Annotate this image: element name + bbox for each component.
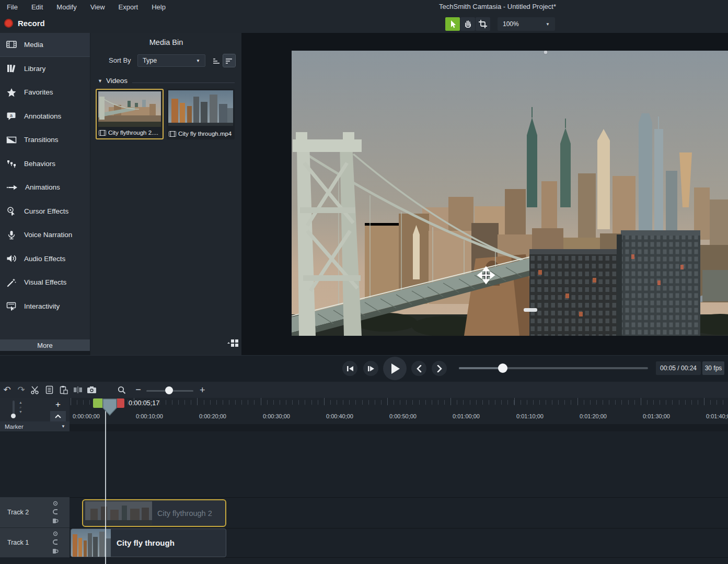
star-icon <box>6 88 17 97</box>
record-button[interactable]: Record <box>4 19 45 28</box>
video-canvas[interactable] <box>292 51 728 336</box>
track-1-controls[interactable] <box>52 531 59 555</box>
media-item-city-fly-through[interactable]: City fly through.mp4 <box>167 89 235 139</box>
scrubber-knob[interactable] <box>498 363 507 373</box>
camera-icon <box>87 386 97 394</box>
collapse-tracks-button[interactable] <box>50 411 66 421</box>
sidebar-label-interactivity: Interactivity <box>24 302 60 310</box>
camtasia-window: File Edit Modify View Export Help TechSm… <box>0 0 728 564</box>
sidebar-item-voice-narration[interactable]: Voice Narration <box>0 223 90 247</box>
zoom-in-button[interactable]: + <box>200 385 205 396</box>
media-item-city-flythrough-2[interactable]: City flythrough 2.... <box>96 89 164 139</box>
sort-descending-button[interactable] <box>223 54 235 67</box>
ruler-label: 0:00:50;00 <box>389 413 417 419</box>
redo-button[interactable]: ↷ <box>14 383 28 397</box>
copy-icon <box>45 385 53 394</box>
media-icon <box>6 40 17 49</box>
playhead-line[interactable] <box>105 407 106 564</box>
sidebar-label-transitions: Transitions <box>24 136 59 144</box>
menu-file[interactable]: File <box>0 3 25 11</box>
menu-view[interactable]: View <box>84 3 112 11</box>
record-label: Record <box>18 19 45 28</box>
playhead-out-handle[interactable] <box>117 398 124 408</box>
ruler-label: 0:01:10;00 <box>516 413 544 419</box>
playhead-time: 0:00:05;17 <box>129 400 159 407</box>
menu-modify[interactable]: Modify <box>50 3 83 11</box>
section-divider <box>132 83 235 83</box>
clip-city-fly-through[interactable]: City fly through <box>71 528 226 557</box>
track-2-header[interactable]: Track 2 <box>0 497 70 528</box>
sidebar-item-audio-effects[interactable]: Audio Effects <box>0 247 90 271</box>
sidebar-item-annotations[interactable]: a Annotations <box>0 104 90 128</box>
zoom-out-button[interactable]: − <box>131 383 145 397</box>
tools-sidebar: Media Library Favorites a Annotations <box>0 33 90 339</box>
sort-by-value: Type <box>143 57 157 64</box>
menu-export[interactable]: Export <box>112 3 145 11</box>
track-2-controls[interactable] <box>52 500 59 524</box>
track-height-knob[interactable] <box>11 414 16 418</box>
copy-button[interactable] <box>42 383 56 397</box>
ruler-minor-ticks <box>71 400 728 405</box>
paste-button[interactable] <box>56 383 71 397</box>
previous-clip-button[interactable] <box>411 361 426 376</box>
video-thumbnail <box>98 91 161 127</box>
paste-icon <box>60 385 68 394</box>
more-button[interactable]: More <box>0 339 90 351</box>
add-track-button[interactable]: + <box>50 399 66 410</box>
canvas-zoom-dropdown[interactable]: 100% ▼ <box>498 17 555 31</box>
split-button[interactable] <box>71 383 85 397</box>
sidebar-item-cursor-effects[interactable]: Cursor Effects <box>0 199 90 224</box>
sidebar-item-interactivity[interactable]: Interactivity <box>0 295 90 319</box>
sidebar-item-animations[interactable]: Animations <box>0 175 90 199</box>
bin-view-toggle-button[interactable] <box>226 339 239 349</box>
sidebar-label-animations: Animations <box>25 183 60 191</box>
timeline-zoom-button[interactable] <box>114 383 129 397</box>
sort-asc-icon <box>213 57 221 64</box>
sidebar-item-transitions[interactable]: Transitions <box>0 128 90 152</box>
timeline-toolbar: ↶ ↷ <box>0 382 728 398</box>
sidebar-item-media[interactable]: Media <box>0 33 90 57</box>
cut-button[interactable] <box>28 383 42 397</box>
next-clip-button[interactable] <box>432 361 447 376</box>
sidebar-item-visual-effects[interactable]: Visual Effects <box>0 271 90 295</box>
chevron-up-icon <box>55 415 61 418</box>
track-1-header[interactable]: Track 1 <box>0 528 70 558</box>
clip-city-flythrough-2[interactable]: City flythrough 2 <box>82 499 226 527</box>
snapshot-button[interactable] <box>85 383 99 397</box>
sidebar-item-library[interactable]: Library <box>0 57 90 81</box>
sort-ascending-button[interactable] <box>211 54 223 67</box>
playhead-handle[interactable] <box>102 398 117 414</box>
sidebar-item-behaviors[interactable]: Behaviors <box>0 152 90 176</box>
media-item-label: City flythrough 2.... <box>108 130 158 136</box>
step-forward-button[interactable] <box>363 361 378 376</box>
undo-button[interactable]: ↶ <box>0 383 14 397</box>
sort-by-dropdown[interactable]: Type ▼ <box>137 54 205 67</box>
ruler-label: 0:01:20;00 <box>580 413 607 419</box>
annotation-icon: a <box>6 111 17 121</box>
step-back-button[interactable] <box>342 361 357 376</box>
sidebar-label-visual-effects: Visual Effects <box>24 278 66 286</box>
marker-dropdown[interactable]: Marker ▼ <box>0 421 70 431</box>
collapse-triangle-icon: ▼ <box>98 78 102 84</box>
clip-label: City flythrough 2 <box>157 509 212 518</box>
play-button[interactable] <box>383 357 407 380</box>
menu-help[interactable]: Help <box>145 3 172 11</box>
canvas-zoom-value: 100% <box>503 20 519 28</box>
sort-desc-icon <box>225 57 233 64</box>
sidebar-item-favorites[interactable]: Favorites <box>0 80 90 104</box>
menu-edit[interactable]: Edit <box>25 3 50 11</box>
videos-section-header[interactable]: ▼ Videos <box>98 77 128 85</box>
timeline-gutter: ▲⌕▼ + <box>0 398 70 424</box>
timeline-zoom-knob[interactable] <box>165 386 173 394</box>
ruler-label: 0:00:30;00 <box>263 413 290 419</box>
time-display: 00:05 / 00:24 <box>656 361 701 375</box>
edit-cursor-tool[interactable] <box>445 17 460 31</box>
ruler-label: 0:01:30;00 <box>643 413 670 419</box>
pan-tool[interactable] <box>460 17 475 31</box>
video-thumbnail <box>168 90 233 126</box>
window-title: TechSmith Camtasia - Untitled Project* <box>439 3 556 10</box>
media-item-label: City fly through.mp4 <box>178 131 232 137</box>
microphone-icon <box>6 230 17 240</box>
crop-tool[interactable] <box>476 17 490 31</box>
playhead-in-handle[interactable] <box>93 398 102 408</box>
